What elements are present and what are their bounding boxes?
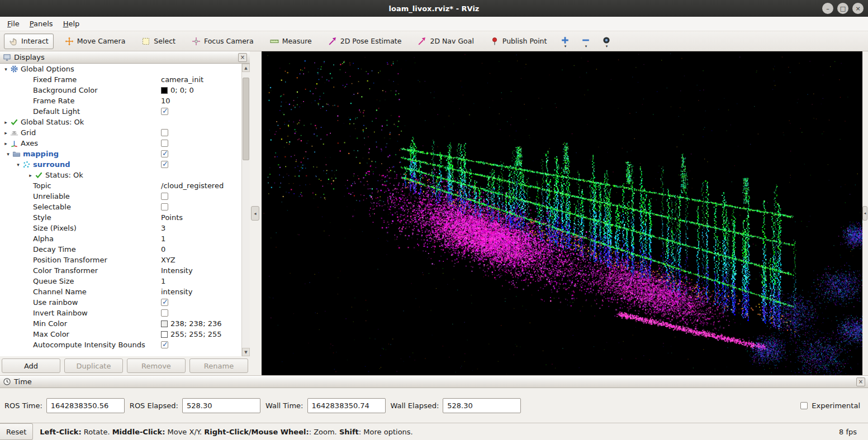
add-button[interactable]: Add [2, 358, 60, 373]
tool-2d-nav-goal[interactable]: 2D Nav Goal [412, 34, 478, 49]
tool-publish-point[interactable]: Publish Point [485, 34, 552, 49]
rename-button[interactable]: Rename [189, 358, 248, 373]
right-panel-handle[interactable]: ◂ [862, 206, 867, 221]
expand-icon[interactable]: ▸ [2, 119, 10, 125]
tree-row-global-status-ok[interactable]: ▸Global Status: Ok [0, 117, 241, 127]
remove-button[interactable]: Remove [127, 358, 186, 373]
property-value-grid[interactable] [161, 127, 168, 138]
property-value-surround[interactable] [161, 159, 168, 170]
scroll-down-icon[interactable]: ▼ [242, 348, 250, 356]
zoom-out-button[interactable]: ▾ [578, 35, 593, 48]
reset-button[interactable]: Reset [0, 423, 33, 440]
tree-row-background-color[interactable]: Background Color0; 0; 0 [0, 85, 241, 95]
tree-row-topic[interactable]: Topic/cloud_registered [0, 180, 241, 191]
tree-row-default-light[interactable]: Default Light [0, 106, 241, 117]
displays-close-icon[interactable]: × [238, 53, 247, 62]
scrollbar-thumb[interactable] [243, 78, 249, 160]
property-value-size-pixels[interactable]: 3 [161, 223, 165, 233]
property-value-axes[interactable] [161, 138, 168, 149]
tool-select[interactable]: Select [136, 34, 181, 49]
expand-icon[interactable]: ▸ [2, 141, 10, 146]
property-value-channel-name[interactable]: intensity [161, 286, 192, 297]
tool-focus-camera[interactable]: Focus Camera [187, 34, 259, 49]
property-value-background-color[interactable]: 0; 0; 0 [161, 85, 194, 95]
expand-icon[interactable]: ▸ [27, 173, 34, 178]
tool-2d-pose-estimate[interactable]: 2D Pose Estimate [323, 34, 407, 49]
collapse-icon[interactable]: ▾ [4, 151, 12, 157]
use-rainbow-checkbox[interactable] [161, 299, 168, 306]
surround-checkbox[interactable] [161, 161, 168, 168]
scroll-up-icon[interactable]: ▲ [242, 64, 250, 72]
minimize-button[interactable]: – [822, 3, 833, 14]
duplicate-button[interactable]: Duplicate [64, 358, 123, 373]
property-value-topic[interactable]: /cloud_registered [161, 180, 224, 191]
tree-row-status-ok[interactable]: ▸Status: Ok [0, 170, 241, 180]
property-value-invert-rainbow[interactable] [161, 308, 168, 318]
property-value-frame-rate[interactable]: 10 [161, 95, 170, 106]
menu-panels[interactable]: Panels [25, 18, 58, 30]
tree-row-unreliable[interactable]: Unreliable [0, 191, 241, 202]
tree-row-grid[interactable]: ▸Grid [0, 127, 241, 138]
unreliable-checkbox[interactable] [161, 193, 168, 200]
tree-row-min-color[interactable]: Min Color238; 238; 236 [0, 318, 241, 329]
maximize-button[interactable]: □ [837, 3, 848, 14]
property-value-fixed-frame[interactable]: camera_init [161, 74, 203, 85]
property-value-queue-size[interactable]: 1 [161, 276, 165, 286]
3d-viewport[interactable] [262, 51, 862, 375]
pointcloud-canvas[interactable] [262, 51, 862, 375]
default-light-checkbox[interactable] [161, 108, 168, 115]
menu-file[interactable]: File [2, 18, 25, 30]
wall-elapsed-input[interactable] [443, 398, 521, 413]
panel-splitter[interactable]: ◂ [250, 51, 262, 375]
property-value-mapping[interactable] [161, 149, 168, 159]
property-value-unreliable[interactable] [161, 191, 168, 202]
zoom-in-button[interactable]: ▾ [558, 35, 572, 48]
menu-help[interactable]: Help [58, 18, 85, 30]
close-button[interactable]: × [852, 3, 864, 14]
titlebar[interactable]: loam_livox.rviz* - RViz – □ × [0, 0, 868, 17]
property-value-default-light[interactable] [161, 106, 168, 117]
displays-scrollbar[interactable]: ▲ ▼ [241, 64, 250, 356]
tree-row-channel-name[interactable]: Channel Nameintensity [0, 286, 241, 297]
tree-row-queue-size[interactable]: Queue Size1 [0, 276, 241, 286]
collapse-icon[interactable]: ▾ [15, 162, 22, 168]
tree-row-color-transformer[interactable]: Color TransformerIntensity [0, 265, 241, 276]
property-value-alpha[interactable]: 1 [161, 233, 165, 244]
tree-row-max-color[interactable]: Max Color255; 255; 255 [0, 329, 241, 339]
tree-row-autocompute-intensity-bounds[interactable]: Autocompute Intensity Bounds [0, 339, 241, 350]
tree-row-mapping[interactable]: ▾mapping [0, 149, 241, 159]
tree-row-alpha[interactable]: Alpha1 [0, 233, 241, 244]
autocompute-intensity-bounds-checkbox[interactable] [161, 341, 168, 348]
selectable-checkbox[interactable] [161, 203, 168, 211]
tree-row-size-pixels[interactable]: Size (Pixels)3 [0, 223, 241, 233]
tree-row-style[interactable]: StylePoints [0, 212, 241, 223]
tree-row-axes[interactable]: ▸Axes [0, 138, 241, 149]
grid-checkbox[interactable] [161, 129, 168, 136]
experimental-checkbox[interactable] [800, 402, 808, 409]
tree-row-selectable[interactable]: Selectable [0, 202, 241, 212]
property-value-decay-time[interactable]: 0 [161, 244, 165, 255]
tree-row-use-rainbow[interactable]: Use rainbow [0, 297, 241, 308]
displays-panel-header[interactable]: Displays × [0, 51, 250, 64]
tree-row-position-transformer[interactable]: Position TransformerXYZ [0, 255, 241, 265]
tree-row-fixed-frame[interactable]: Fixed Framecamera_init [0, 74, 241, 85]
collapse-panel-handle[interactable]: ◂ [251, 206, 259, 221]
time-panel-header[interactable]: Time × [0, 376, 868, 388]
tool-interact[interactable]: Interact [4, 34, 54, 49]
tool-move-camera[interactable]: Move Camera [60, 34, 131, 49]
tree-row-decay-time[interactable]: Decay Time0 [0, 244, 241, 255]
expand-icon[interactable]: ▸ [2, 130, 10, 136]
ros-elapsed-input[interactable] [182, 398, 260, 413]
ros-time-input[interactable] [46, 398, 125, 413]
property-value-autocompute-intensity-bounds[interactable] [161, 339, 168, 350]
tree-row-invert-rainbow[interactable]: Invert Rainbow [0, 308, 241, 318]
property-value-selectable[interactable] [161, 202, 168, 212]
property-value-position-transformer[interactable]: XYZ [161, 255, 176, 265]
property-value-use-rainbow[interactable] [161, 297, 168, 308]
invert-rainbow-checkbox[interactable] [161, 309, 168, 317]
time-close-icon[interactable]: × [856, 377, 865, 386]
tree-row-surround[interactable]: ▾surround [0, 159, 241, 170]
tool-measure[interactable]: Measure [265, 34, 317, 49]
property-value-max-color[interactable]: 255; 255; 255 [161, 329, 221, 339]
tree-row-frame-rate[interactable]: Frame Rate10 [0, 95, 241, 106]
